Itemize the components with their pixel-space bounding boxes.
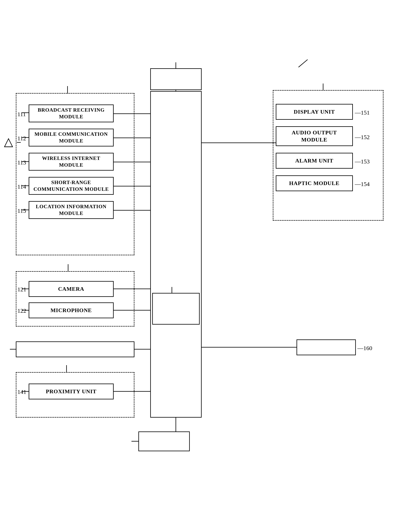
figure-title	[0, 32, 409, 51]
ref-160: —160	[357, 345, 372, 352]
audio-output-box: AUDIO OUTPUTMODULE	[276, 126, 353, 146]
interface-box	[138, 431, 190, 451]
diagram: △ BROADCAST RECEIVINGMODULE 111 MOBILE C…	[0, 32, 409, 531]
module-114: SHORT-RANGECOMMUNICATION MODULE	[29, 177, 114, 195]
ref-113: 113	[17, 159, 26, 166]
module-113: WIRELESS INTERNETMODULE	[29, 153, 114, 171]
ref-115: 115	[17, 208, 26, 214]
av-input-box	[16, 271, 134, 327]
ref-151: —151	[355, 109, 370, 116]
ref-152: —152	[355, 134, 370, 141]
user-input-box	[16, 342, 134, 357]
ref-114: 114	[17, 183, 26, 190]
ref-111: 111	[17, 111, 26, 118]
camera-box: CAMERA	[29, 281, 114, 297]
ref-122: 122	[17, 307, 26, 314]
display-unit-box: DISPLAY UNIT	[276, 104, 353, 120]
ref-153: —153	[355, 158, 370, 165]
module-112: MOBILE COMMUNICATIONMODULE	[29, 129, 114, 146]
ref-141: 141	[17, 389, 26, 395]
haptic-module-box: HAPTIC MODULE	[276, 175, 353, 191]
module-111: BROADCAST RECEIVINGMODULE	[29, 104, 114, 122]
antenna-icon: △	[4, 134, 13, 149]
ref-112: 112	[17, 135, 26, 142]
controller-box	[150, 91, 202, 418]
proximity-box: PROXIMITY UNIT	[29, 384, 114, 399]
ref-121: 121	[17, 286, 26, 293]
multimedia-box	[152, 293, 200, 324]
microphone-box: MICROPHONE	[29, 303, 114, 318]
memory-box	[297, 339, 356, 355]
power-supply-box	[150, 68, 202, 90]
module-115: LOCATION INFORMATIONMODULE	[29, 201, 114, 219]
alarm-unit-box: ALARM UNIT	[276, 153, 353, 169]
ref-154: —154	[355, 181, 370, 187]
